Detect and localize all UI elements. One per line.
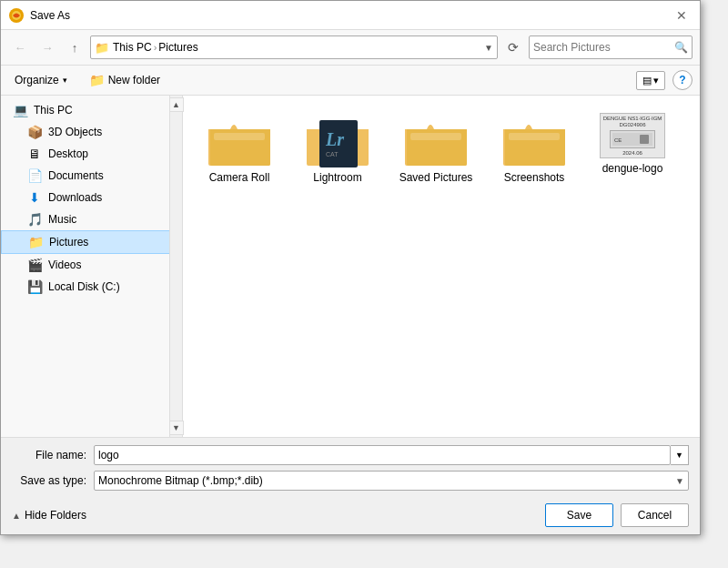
filetype-value: Monochrome Bitmap (*.bmp;*.dib): [98, 474, 263, 487]
dengue-thumb-text2: 2024.06: [622, 150, 642, 156]
file-dengue-logo[interactable]: DENGUE NS1·IGG·IGMDG024906 CE 2024.06 de…: [587, 106, 678, 190]
address-folder-icon: 📁: [95, 41, 109, 55]
screenshots-folder-icon: [501, 113, 567, 167]
breadcrumb-thispc: This PC: [113, 41, 152, 54]
forward-button[interactable]: →: [35, 36, 59, 59]
sidebar-item-this-pc[interactable]: 💻 This PC: [1, 99, 182, 121]
filename-input[interactable]: [94, 445, 671, 465]
desktop-icon: 🖥: [26, 147, 43, 161]
sidebar-item-music[interactable]: 🎵 Music: [1, 208, 182, 230]
refresh-button[interactable]: ⟳: [501, 36, 525, 59]
new-folder-icon: 📁: [89, 73, 105, 87]
sidebar-item-desktop-label: Desktop: [48, 147, 88, 160]
sidebar-item-music-label: Music: [48, 213, 76, 226]
organize-dropdown-icon: ▾: [63, 76, 67, 85]
folder-camera-roll[interactable]: Camera Roll: [194, 106, 285, 190]
svg-rect-6: [410, 133, 461, 140]
filename-row: File name: ▼: [12, 445, 689, 465]
svg-rect-9: [640, 135, 649, 144]
folder-screenshots[interactable]: Screenshots: [489, 106, 580, 190]
sidebar-item-documents[interactable]: 📄 Documents: [1, 165, 182, 187]
button-row: ▲ Hide Folders Save Cancel: [12, 498, 689, 527]
sidebar-item-downloads[interactable]: ⬇ Downloads: [1, 187, 182, 208]
filetype-select[interactable]: Monochrome Bitmap (*.bmp;*.dib) ▼: [94, 471, 689, 491]
folder-saved-pictures[interactable]: Saved Pictures: [390, 106, 481, 190]
saved-pictures-label: Saved Pictures: [399, 171, 473, 184]
svg-rect-2: [214, 133, 265, 140]
this-pc-icon: 💻: [12, 103, 28, 117]
sidebar-item-thispc-label: This PC: [34, 104, 73, 117]
address-dropdown-arrow[interactable]: ▼: [484, 43, 493, 53]
sidebar-scroll-down[interactable]: ▼: [169, 421, 184, 435]
main-file-area: Camera Roll Lr CAT Lightroom: [183, 96, 700, 437]
dengue-thumb-text1: DENGUE NS1·IGG·IGMDG024906: [603, 116, 662, 128]
dengue-thumb-logo: CE: [610, 130, 655, 148]
sidebar-item-localdisk-label: Local Disk (C:): [48, 280, 120, 293]
filetype-dropdown-arrow: ▼: [675, 476, 684, 486]
breadcrumb-sep1: ›: [154, 42, 157, 53]
screenshots-label: Screenshots: [504, 171, 565, 184]
cancel-button[interactable]: Cancel: [621, 503, 689, 527]
organize-toolbar: Organize ▾ 📁 New folder ▤ ▾ ?: [1, 66, 700, 96]
breadcrumb-pictures: Pictures: [158, 41, 197, 54]
svg-text:Lr: Lr: [325, 129, 344, 149]
filetype-row: Save as type: Monochrome Bitmap (*.bmp;*…: [12, 471, 689, 491]
sidebar-item-localdisk[interactable]: 💾 Local Disk (C:): [1, 276, 182, 298]
dengue-logo-label: dengue-logo: [602, 162, 663, 175]
organize-button[interactable]: Organize ▾: [8, 70, 74, 90]
sidebar-scroll-up[interactable]: ▲: [169, 97, 184, 112]
lightroom-label: Lightroom: [313, 171, 361, 184]
hide-folders-chevron: ▲: [12, 511, 21, 521]
help-button[interactable]: ?: [672, 70, 693, 90]
music-icon: 🎵: [26, 212, 43, 227]
sidebar-item-documents-label: Documents: [48, 169, 104, 182]
sidebar-item-pictures[interactable]: 📁 Pictures: [1, 230, 182, 254]
videos-icon: 🎬: [26, 258, 43, 272]
dengue-logo-thumbnail: DENGUE NS1·IGG·IGMDG024906 CE 2024.06: [600, 113, 665, 158]
close-button[interactable]: ✕: [671, 5, 693, 26]
address-bar[interactable]: 📁 This PC › Pictures ▼: [90, 36, 498, 59]
search-icon: 🔍: [674, 41, 688, 54]
search-box: 🔍: [529, 36, 693, 59]
localdisk-icon: 💾: [26, 279, 43, 294]
3dobjects-icon: 📦: [26, 125, 43, 139]
sidebar-item-3dobjects[interactable]: 📦 3D Objects: [1, 121, 182, 143]
view-button[interactable]: ▤ ▾: [636, 71, 665, 90]
sidebar-item-videos[interactable]: 🎬 Videos: [1, 254, 182, 276]
documents-icon: 📄: [26, 168, 43, 183]
bottom-area: File name: ▼ Save as type: Monochrome Bi…: [1, 437, 700, 534]
filename-dropdown[interactable]: ▼: [671, 445, 689, 465]
camera-roll-folder-icon: [207, 113, 272, 167]
content-area: 💻 This PC 📦 3D Objects 🖥 Desktop 📄 Docum…: [1, 96, 700, 437]
saved-pictures-folder-icon: [403, 113, 469, 167]
sidebar-item-videos-label: Videos: [48, 259, 81, 271]
back-button[interactable]: ←: [8, 36, 32, 59]
title-bar: Save As ✕: [1, 1, 700, 30]
dialog-icon: [8, 7, 25, 24]
lightroom-folder-icon: Lr CAT: [305, 113, 370, 167]
sidebar-item-downloads-label: Downloads: [48, 191, 102, 204]
sidebar-item-pictures-label: Pictures: [49, 236, 88, 248]
pictures-icon: 📁: [27, 235, 44, 249]
sidebar-item-3dobjects-label: 3D Objects: [48, 126, 102, 138]
new-folder-button[interactable]: 📁 New folder: [81, 69, 168, 91]
filename-label: File name:: [12, 449, 94, 462]
folder-lightroom[interactable]: Lr CAT Lightroom: [292, 106, 383, 190]
svg-text:CE: CE: [614, 137, 622, 143]
downloads-icon: ⬇: [26, 190, 43, 205]
filetype-label: Save as type:: [12, 474, 94, 487]
save-button[interactable]: Save: [545, 503, 613, 527]
up-button[interactable]: ↑: [63, 36, 86, 59]
dialog-title: Save As: [30, 9, 671, 22]
new-folder-label: New folder: [108, 74, 160, 86]
svg-text:CAT: CAT: [326, 151, 339, 157]
hide-folders-toggle[interactable]: ▲ Hide Folders: [12, 503, 538, 527]
breadcrumb: This PC › Pictures: [113, 41, 198, 54]
svg-rect-7: [509, 133, 560, 140]
sidebar-item-desktop[interactable]: 🖥 Desktop: [1, 143, 182, 165]
search-input[interactable]: [533, 41, 671, 54]
sidebar: 💻 This PC 📦 3D Objects 🖥 Desktop 📄 Docum…: [1, 96, 182, 437]
save-as-dialog: Save As ✕ ← → ↑ 📁 This PC › Pictures ▼ ⟳…: [0, 0, 701, 535]
organize-label: Organize: [15, 74, 59, 86]
hide-folders-label: Hide Folders: [25, 509, 86, 522]
